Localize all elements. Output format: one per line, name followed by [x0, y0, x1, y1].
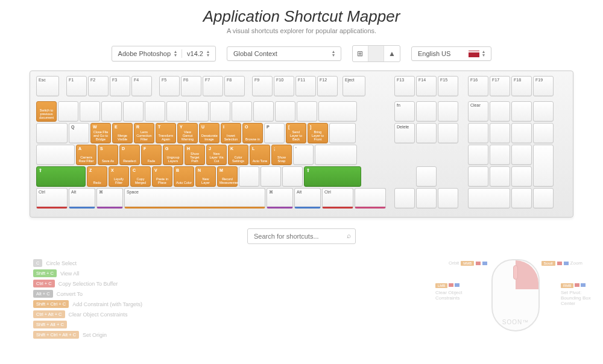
key-arrow-down[interactable] — [416, 188, 437, 209]
key-pagedown[interactable] — [438, 123, 458, 143]
key-d[interactable]: DReselect — [119, 145, 140, 165]
context-select[interactable]: Global Context ▴▾ — [227, 46, 341, 61]
key-f11[interactable]: F11 — [295, 76, 316, 96]
key-g[interactable]: GUngroup Layers — [163, 145, 183, 165]
key-space[interactable]: Space — [124, 188, 265, 209]
key-numpad-plus[interactable] — [533, 145, 554, 187]
key-y[interactable]: YView Gamut Warning — [177, 123, 198, 143]
key-w[interactable]: WClose File and Go to Bridge — [90, 123, 111, 143]
key-delete[interactable]: Delete — [394, 123, 415, 143]
os-mac-button[interactable] — [368, 46, 384, 61]
key-1[interactable] — [58, 101, 78, 122]
key-minus[interactable] — [275, 101, 295, 122]
key-backslash[interactable] — [329, 123, 356, 143]
key-numpad-2[interactable] — [490, 166, 510, 187]
key-shift-left[interactable]: ⇧ — [36, 166, 86, 187]
key-o[interactable]: OBrowse in — [242, 123, 263, 143]
key-t[interactable]: TTransform Again — [156, 123, 176, 143]
key-numpad-9[interactable] — [511, 123, 532, 143]
key-f5[interactable]: F5 — [159, 76, 180, 96]
key-c[interactable]: CCopy Merged — [130, 166, 151, 187]
key-punct[interactable] — [260, 166, 281, 187]
key-k[interactable]: KColor Settings — [228, 145, 248, 165]
key-x[interactable]: XLiquify Filter — [109, 166, 129, 187]
key-3[interactable] — [101, 101, 122, 122]
key-numpad-1[interactable] — [468, 166, 488, 187]
key-ctrl-right[interactable]: Ctrl — [322, 188, 353, 209]
key-alt-right[interactable]: Alt — [294, 188, 321, 209]
key-0[interactable] — [253, 101, 274, 122]
key-[[interactable]: [Send Layer to Back — [286, 123, 306, 143]
key-numpad-mul[interactable] — [533, 101, 554, 122]
key-f7[interactable]: F7 — [203, 76, 223, 96]
key-r[interactable]: RLens Correction Filter — [134, 123, 154, 143]
search-input[interactable] — [247, 228, 356, 244]
key-f14[interactable]: F14 — [416, 76, 437, 96]
key-menu[interactable] — [355, 188, 386, 209]
key-numpad-0[interactable] — [468, 188, 510, 209]
key-f18[interactable]: F18 — [511, 76, 532, 96]
key-esc[interactable]: Esc — [36, 76, 59, 96]
key-j[interactable]: JNew Layer Via Cut — [206, 145, 227, 165]
key-numpad-7[interactable] — [468, 123, 488, 143]
key-p[interactable]: P — [264, 123, 285, 143]
key-h[interactable]: HShow Target Path — [185, 145, 205, 165]
key-capslock[interactable] — [36, 145, 75, 165]
key-'[interactable]: ' — [293, 145, 314, 165]
key-9[interactable] — [232, 101, 252, 122]
key-numpad-clear[interactable]: Clear — [468, 101, 488, 122]
key-f[interactable]: FFade — [141, 145, 162, 165]
key-end[interactable] — [416, 123, 437, 143]
key-z[interactable]: ZRedo — [87, 166, 107, 187]
key-6[interactable] — [166, 101, 187, 122]
key-b[interactable]: BAuto Color — [174, 166, 194, 187]
key-;[interactable]: ;Show Snap — [271, 145, 292, 165]
key-pageup[interactable] — [438, 101, 458, 122]
key-shift-right[interactable]: ⇧ — [304, 166, 361, 187]
key-numpad-div[interactable] — [511, 101, 532, 122]
key-f12[interactable]: F12 — [317, 76, 338, 96]
key-7[interactable] — [188, 101, 209, 122]
key-l[interactable]: LAuto Tone — [250, 145, 270, 165]
key-f10[interactable]: F10 — [274, 76, 294, 96]
key-backspace[interactable] — [318, 101, 357, 122]
key-numpad-enter[interactable] — [533, 188, 554, 209]
os-linux-button[interactable]: ▲ — [384, 46, 400, 61]
key-punct[interactable] — [282, 166, 303, 187]
key-i[interactable]: IInvert Selection — [221, 123, 241, 143]
key-numpad-4[interactable] — [468, 145, 488, 165]
key-numpad-8[interactable] — [490, 123, 510, 143]
key-v[interactable]: VPaste in Place — [152, 166, 172, 187]
key-cmd-right[interactable]: ⌘ — [267, 188, 293, 209]
app-select[interactable]: Adobe Photoshop ▴▾ v14.2 ▴▾ — [112, 46, 216, 61]
key-4[interactable] — [123, 101, 144, 122]
key-numpad-eq[interactable] — [490, 101, 510, 122]
key-n[interactable]: NNew Layer — [195, 166, 216, 187]
key-tab[interactable] — [36, 123, 68, 143]
key-f15[interactable]: F15 — [438, 76, 458, 96]
key-a[interactable]: ACamera Raw Filter — [76, 145, 96, 165]
key-arrow-left[interactable] — [394, 188, 415, 209]
key-fn[interactable]: fn — [394, 101, 415, 122]
key-arrow-up[interactable] — [416, 166, 437, 187]
key-punct[interactable] — [239, 166, 259, 187]
key-f19[interactable]: F19 — [533, 76, 554, 96]
key-8[interactable] — [210, 101, 230, 122]
key-f9[interactable]: F9 — [252, 76, 273, 96]
key-f16[interactable]: F16 — [468, 76, 488, 96]
key-f6[interactable]: F6 — [181, 76, 201, 96]
key-numpad-6[interactable] — [511, 145, 532, 165]
key-f2[interactable]: F2 — [88, 76, 109, 96]
key-u[interactable]: UDesaturate Image — [199, 123, 219, 143]
key-2[interactable] — [80, 101, 100, 122]
key-backtick[interactable]: Switch to previous document — [36, 101, 57, 122]
language-select[interactable]: English US ▴▾ — [411, 46, 491, 61]
key-help[interactable] — [416, 101, 437, 122]
os-windows-button[interactable]: ⊞ — [353, 46, 368, 61]
key-q[interactable]: Q — [69, 123, 89, 143]
key-arrow-right[interactable] — [438, 188, 458, 209]
key-5[interactable] — [145, 101, 165, 122]
key-numpad-5[interactable] — [490, 145, 510, 165]
key-f3[interactable]: F3 — [110, 76, 130, 96]
key-ctrl-left[interactable]: Ctrl — [36, 188, 68, 209]
